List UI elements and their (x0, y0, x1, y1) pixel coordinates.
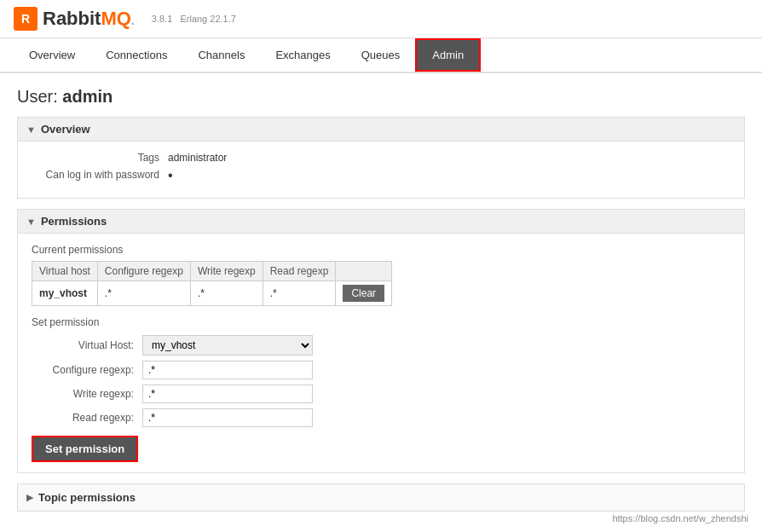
nav-admin[interactable]: Admin (415, 38, 481, 72)
col-vhost: Virtual host (32, 262, 98, 281)
permissions-section-title: Permissions (41, 215, 107, 228)
form-write-row: Write regexp: (32, 385, 730, 403)
nav-channels[interactable]: Channels (182, 40, 260, 70)
set-permission-title: Set permission (32, 316, 730, 328)
form-read-label: Read regexp: (32, 412, 142, 424)
form-configure-label: Configure regexp: (32, 364, 142, 376)
form-vhost-row: Virtual Host: my_vhost (32, 335, 730, 356)
clear-button[interactable]: Clear (343, 285, 384, 302)
overview-section-body: Tags administrator Can log in with passw… (18, 142, 744, 198)
cell-clear: Clear (336, 281, 392, 306)
overview-arrow-icon: ▼ (26, 124, 36, 135)
header: R RabbitMQ. 3.8.1 Erlang 22.1.7 (0, 0, 762, 38)
read-input[interactable] (142, 408, 313, 427)
tags-value: administrator (168, 152, 730, 164)
col-action (336, 262, 392, 281)
col-read: Read regexp (263, 262, 336, 281)
permissions-arrow-icon: ▼ (26, 217, 36, 227)
form-read-row: Read regexp: (32, 408, 730, 427)
logo: R RabbitMQ. (14, 7, 135, 31)
login-row: Can log in with password • (32, 169, 730, 182)
nav-overview[interactable]: Overview (14, 40, 90, 70)
footer-link: https://blog.csdn.net/w_zhendshi (612, 513, 748, 523)
virtual-host-select[interactable]: my_vhost (142, 335, 313, 356)
topic-arrow-icon: ▶ (26, 492, 33, 503)
cell-configure: .* (97, 281, 190, 306)
set-permission-btn-container: Set permission (32, 436, 730, 462)
permissions-table: Virtual host Configure regexp Write rege… (32, 261, 392, 306)
form-vhost-label: Virtual Host: (32, 339, 142, 351)
page-title: User: admin (17, 87, 745, 107)
form-configure-row: Configure regexp: (32, 361, 730, 379)
permissions-section-body: Current permissions Virtual host Configu… (18, 234, 744, 472)
set-permission-button[interactable]: Set permission (32, 436, 138, 462)
overview-section: ▼ Overview Tags administrator Can log in… (17, 117, 745, 199)
cell-write: .* (190, 281, 263, 306)
overview-section-title: Overview (41, 123, 90, 136)
topic-permissions-section: ▶ Topic permissions (17, 483, 745, 512)
nav-exchanges[interactable]: Exchanges (260, 40, 345, 70)
version-info: 3.8.1 Erlang 22.1.7 (152, 14, 236, 24)
overview-section-header[interactable]: ▼ Overview (18, 118, 744, 142)
nav-connections[interactable]: Connections (90, 40, 182, 70)
main-nav: Overview Connections Channels Exchanges … (0, 38, 762, 73)
tags-row: Tags administrator (32, 152, 730, 164)
cell-vhost: my_vhost (32, 281, 98, 306)
permissions-section: ▼ Permissions Current permissions Virtua… (17, 209, 745, 473)
configure-input[interactable] (142, 361, 313, 379)
tags-label: Tags (32, 152, 168, 164)
col-configure: Configure regexp (97, 262, 190, 281)
topic-permissions-header[interactable]: ▶ Topic permissions (18, 484, 744, 511)
login-value: • (168, 169, 730, 182)
current-permissions-title: Current permissions (32, 244, 730, 256)
cell-read: .* (263, 281, 336, 306)
logo-icon: R (14, 7, 38, 31)
table-row: my_vhost .* .* .* Clear (32, 281, 392, 306)
topic-permissions-title: Topic permissions (38, 491, 136, 504)
permissions-section-header[interactable]: ▼ Permissions (18, 210, 744, 234)
write-input[interactable] (142, 385, 313, 403)
col-write: Write regexp (190, 262, 263, 281)
main-content: User: admin ▼ Overview Tags administrato… (0, 73, 762, 525)
form-write-label: Write regexp: (32, 388, 142, 400)
login-label: Can log in with password (32, 169, 168, 182)
logo-text: RabbitMQ. (43, 8, 135, 30)
nav-queues[interactable]: Queues (346, 40, 416, 70)
